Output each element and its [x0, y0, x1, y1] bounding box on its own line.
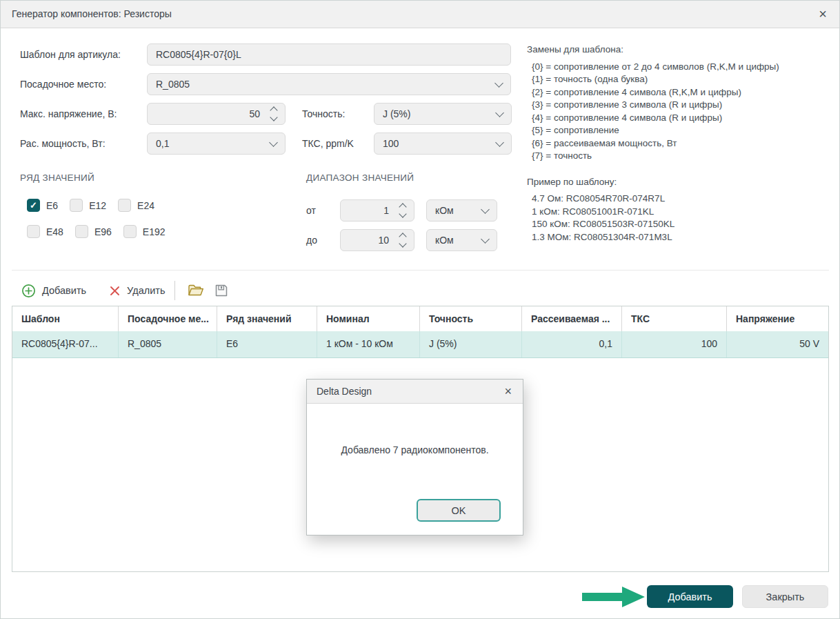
checkbox[interactable]: ✓ — [27, 199, 40, 212]
column-header[interactable]: Рассеиваемая ... — [522, 306, 622, 331]
cell-template: RC0805{4}R-07... — [12, 331, 119, 357]
cell-nominal: 1 кОм - 10 кОм — [317, 331, 420, 357]
examples-title: Пример по шаблону: — [527, 176, 837, 189]
column-header[interactable]: Шаблон — [12, 306, 119, 331]
tolerance-value: J (5%) — [383, 108, 497, 119]
spinner-arrows-icon[interactable] — [271, 108, 277, 120]
save-file-button[interactable] — [212, 282, 230, 299]
tolerance-label: Точность: — [302, 103, 345, 125]
dialog-title: Генератор компонентов: Резисторы — [12, 1, 172, 28]
table-toolbar: Добавить Удалить — [21, 279, 237, 302]
delete-row-button[interactable]: Удалить — [109, 285, 165, 297]
check-icon: ✓ — [30, 201, 37, 210]
checkbox[interactable]: ✓ — [70, 199, 83, 212]
voltage-spinner[interactable]: 50 — [147, 103, 286, 125]
replacement-line: {0} = сопротивление от 2 до 4 символов (… — [527, 61, 837, 74]
series-e48-option[interactable]: ✓ E48 — [27, 225, 63, 238]
spinner-arrows-icon[interactable] — [400, 204, 406, 217]
range-from-label: от — [306, 199, 316, 222]
separator — [12, 270, 829, 271]
tks-label: ТКС, ppm/K — [302, 132, 354, 155]
open-file-button[interactable] — [186, 282, 206, 299]
chevron-down-icon — [495, 138, 504, 147]
message-dialog-title: Delta Design — [317, 380, 372, 403]
component-generator-dialog: Генератор компонентов: Резисторы × Шабло… — [0, 0, 840, 619]
template-label: Шаблон для артикула: — [20, 43, 121, 66]
replacement-line: {5} = сопротивление — [527, 124, 837, 137]
range-to-spinner[interactable]: 10 — [340, 229, 414, 251]
checkbox-label: E192 — [143, 226, 166, 237]
delete-x-icon — [109, 285, 121, 297]
voltage-value: 50 — [156, 108, 267, 119]
range-from-unit: кОм — [435, 205, 482, 216]
example-line: 1 кОм: RC08051001R-071KL — [527, 206, 837, 219]
checkbox[interactable]: ✓ — [27, 225, 40, 238]
series-e6-option[interactable]: ✓ E6 — [27, 199, 58, 212]
footprint-value: R_0805 — [156, 79, 496, 90]
cell-footprint: R_0805 — [119, 331, 217, 357]
delete-row-label: Удалить — [127, 285, 165, 296]
series-row-2: ✓ E48 ✓ E96 ✓ E192 — [27, 225, 177, 238]
chevron-down-icon — [495, 108, 504, 117]
ok-button[interactable]: OK — [417, 499, 501, 522]
message-dialog-titlebar: Delta Design × — [307, 380, 523, 404]
range-from-unit-select[interactable]: кОм — [426, 199, 497, 222]
column-header[interactable]: Посадочное ме... — [119, 306, 217, 331]
series-section-title: РЯД ЗНАЧЕНИЙ — [20, 173, 94, 183]
close-icon[interactable]: × — [816, 1, 830, 28]
series-e96-option[interactable]: ✓ E96 — [75, 225, 112, 238]
spinner-arrows-icon[interactable] — [400, 234, 406, 246]
template-input[interactable]: RC0805{4}R-07{0}L — [147, 43, 511, 66]
add-row-label: Добавить — [42, 285, 86, 296]
voltage-label: Макс. напряжение, В: — [20, 103, 117, 125]
power-select[interactable]: 0,1 — [147, 132, 286, 155]
close-icon[interactable]: × — [501, 380, 514, 403]
cell-power: 0,1 — [522, 331, 622, 357]
checkbox[interactable]: ✓ — [118, 199, 131, 212]
tutorial-arrow — [582, 584, 646, 609]
example-line: 4.7 Ом: RC08054R70R-074R7L — [527, 193, 837, 206]
chevron-down-icon — [269, 138, 278, 147]
series-e192-option[interactable]: ✓ E192 — [123, 225, 166, 238]
chevron-down-icon — [481, 235, 490, 244]
example-line: 150 кОм: RC08051503R-07150KL — [527, 218, 837, 231]
checkbox-label: E6 — [46, 200, 58, 211]
footprint-select[interactable]: R_0805 — [147, 73, 511, 95]
checkbox-label: E48 — [46, 226, 63, 237]
range-to-unit-select[interactable]: кОм — [426, 229, 497, 251]
message-text: Добавлено 7 радиокомпонентов. — [307, 444, 523, 455]
column-header[interactable]: Точность — [420, 306, 522, 331]
range-section-title: ДИАПАЗОН ЗНАЧЕНИЙ — [306, 173, 414, 183]
range-from-value: 1 — [349, 205, 396, 216]
chevron-down-icon — [481, 205, 490, 214]
series-e12-option[interactable]: ✓ E12 — [70, 199, 106, 212]
tks-select[interactable]: 100 — [374, 132, 512, 155]
save-floppy-icon — [214, 284, 228, 297]
cell-voltage: 50 V — [727, 331, 828, 357]
range-to-label: до — [306, 229, 317, 251]
table-row[interactable]: RC0805{4}R-07... R_0805 E6 1 кОм - 10 кО… — [12, 331, 828, 358]
checkbox-label: E12 — [89, 200, 106, 211]
column-header[interactable]: Номинал — [317, 306, 420, 331]
cell-tolerance: J (5%) — [420, 331, 522, 357]
table-header-row: Шаблон Посадочное ме... Ряд значений Ном… — [12, 306, 828, 331]
footer-close-button[interactable]: Закрыть — [742, 585, 828, 608]
footer-add-button[interactable]: Добавить — [647, 585, 733, 608]
replacement-line: {3} = сопротивление 3 символа (R и цифры… — [527, 99, 837, 112]
range-from-spinner[interactable]: 1 — [340, 199, 414, 222]
series-e24-option[interactable]: ✓ E24 — [118, 199, 154, 212]
plus-circle-icon — [21, 284, 36, 298]
tolerance-select[interactable]: J (5%) — [374, 103, 512, 125]
cell-series: E6 — [217, 331, 317, 357]
column-header[interactable]: ТКС — [622, 306, 727, 331]
footprint-label: Посадочное место: — [20, 73, 106, 95]
replacement-line: {1} = точность (одна буква) — [527, 73, 837, 86]
toolbar-separator — [174, 281, 175, 300]
checkbox[interactable]: ✓ — [123, 225, 137, 238]
column-header[interactable]: Ряд значений — [217, 306, 317, 331]
column-header[interactable]: Напряжение — [727, 306, 828, 331]
checkbox[interactable]: ✓ — [75, 225, 88, 238]
open-folder-icon — [188, 284, 204, 297]
template-value: RC0805{4}R-07{0}L — [156, 49, 502, 60]
add-row-button[interactable]: Добавить — [21, 284, 86, 298]
